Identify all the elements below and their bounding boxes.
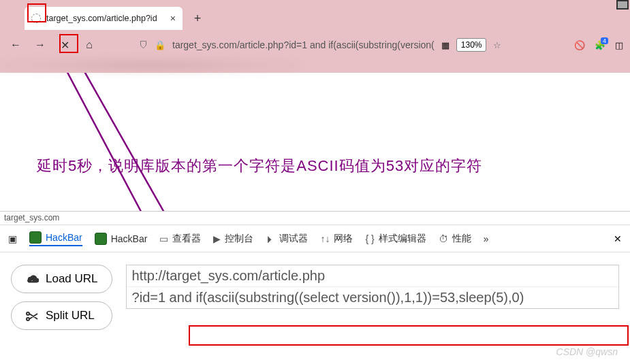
tab-perf[interactable]: ⏱ 性能 (439, 233, 471, 245)
blur-smudge (0, 56, 300, 75)
tab-style[interactable]: { } 样式编辑器 (365, 233, 426, 245)
tab-hackbar-2[interactable]: HackBar (95, 233, 148, 245)
zoom-badge[interactable]: 130% (456, 38, 487, 52)
perf-icon: ⏱ (439, 233, 448, 244)
tab-debugger[interactable]: ⏵ 调试器 (266, 233, 308, 245)
hackbar-icon (95, 233, 107, 245)
stop-button[interactable]: ✕ (56, 36, 74, 54)
tab-title: target_sys.com/article.php?id (46, 14, 165, 23)
window-restore-icon[interactable] (616, 0, 629, 10)
url-line-1: http://target_sys.com/article.php (127, 265, 618, 286)
new-tab-button[interactable]: + (188, 9, 207, 28)
annotation-text: 延时5秒，说明库版本的第一个字符是ASCII码值为53对应的字符 (37, 156, 482, 176)
browser-tab[interactable]: target_sys.com/article.php?id × (25, 7, 183, 30)
inspector-icon: ▭ (159, 233, 168, 244)
style-icon: { } (365, 233, 374, 244)
sidebar-icon[interactable]: ◫ (615, 40, 623, 50)
network-icon: ↑↓ (320, 233, 330, 244)
devtools-tabs: ▣ HackBar HackBar ▭ 查看器 ▶ 控制台 ⏵ 调试器 (0, 225, 630, 252)
cloud-download-icon (25, 273, 39, 285)
url-textarea[interactable]: http://target_sys.com/article.php ?id=1 … (126, 265, 619, 309)
tab-more[interactable]: » (484, 233, 489, 244)
back-button[interactable]: ← (7, 36, 25, 54)
noscript-ext-icon[interactable]: 🚫 (574, 40, 585, 50)
home-button[interactable]: ⌂ (80, 36, 98, 54)
watermark: CSDN @qwsn (556, 346, 618, 357)
tab-inspector[interactable]: ▭ 查看器 (159, 233, 201, 245)
address-bar-url[interactable]: target_sys.com/article.php?id=1 and if(a… (172, 39, 435, 50)
forward-button[interactable]: → (31, 36, 49, 54)
shield-icon[interactable]: ⛉ (139, 40, 148, 50)
tab-hackbar-1[interactable]: HackBar (29, 231, 82, 246)
tab-network[interactable]: ↑↓ 网络 (320, 233, 353, 245)
puzzle-ext-icon[interactable]: 🧩 4 (595, 40, 605, 50)
bookmark-star-icon[interactable]: ☆ (493, 40, 501, 50)
qr-icon[interactable]: ▦ (441, 40, 450, 50)
tab-close-icon[interactable]: × (170, 13, 176, 24)
debugger-icon: ⏵ (266, 233, 275, 244)
lock-warning-icon[interactable]: 🔒 (155, 40, 166, 50)
split-url-button[interactable]: Split URL (11, 301, 112, 330)
hackbar-icon (29, 231, 42, 244)
expand-icon[interactable]: ▣ (8, 233, 17, 244)
tab-console[interactable]: ▶ 控制台 (213, 233, 253, 245)
scissors-icon (25, 310, 39, 322)
favicon-icon (31, 14, 41, 23)
load-url-button[interactable]: Load URL (11, 265, 112, 293)
devtools-close-icon[interactable]: ✕ (614, 233, 622, 244)
console-icon: ▶ (213, 233, 221, 244)
url-line-2: ?id=1 and if(ascii(substring((select ver… (127, 286, 618, 308)
devtools-panel: target_sys.com ▣ HackBar HackBar ▭ 查看器 ▶… (0, 211, 630, 364)
ext-badge: 4 (601, 37, 608, 44)
devtools-info-bar: target_sys.com (0, 212, 630, 225)
